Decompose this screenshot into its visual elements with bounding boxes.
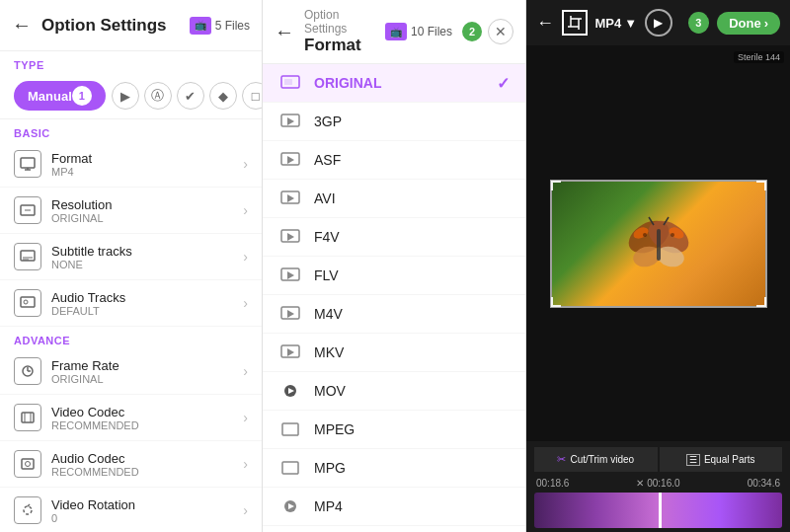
type-icon-4[interactable]: ◆ <box>209 82 237 110</box>
original-icon <box>278 73 302 93</box>
format-item-m4v[interactable]: M4V <box>263 295 525 334</box>
manual-label: Manual <box>28 89 72 104</box>
panel3-back-icon[interactable]: ← <box>536 13 554 34</box>
subtitle-chevron: › <box>243 249 248 265</box>
manual-badge: 1 <box>72 86 92 106</box>
time-cut: ✕ 00:16.0 <box>636 478 679 489</box>
corner-br <box>756 297 766 307</box>
chevron-down-icon: ▼ <box>624 16 637 31</box>
audio-codec-value: RECOMMENDED <box>51 466 243 478</box>
audio-tracks-label: Audio Tracks <box>51 290 243 305</box>
svg-marker-27 <box>287 194 294 202</box>
type-icon-5[interactable]: □ <box>242 82 262 110</box>
resolution-setting[interactable]: Resolution ORIGINAL › <box>0 188 262 234</box>
video-codec-label: Video Codec <box>51 405 243 419</box>
m4v-icon <box>278 304 302 324</box>
type-icons: ▶ Ⓐ ✔ ◆ □ ■ ♡ <box>112 82 262 110</box>
video-codec-chevron: › <box>243 410 248 425</box>
video-rotation-value: 0 <box>51 512 243 524</box>
timeline-bar[interactable] <box>534 493 782 528</box>
format-item-f4v[interactable]: F4V <box>263 218 525 257</box>
audio-tracks-icon <box>14 289 41 317</box>
mpg-icon <box>278 458 302 478</box>
equal-parts-button[interactable]: ☰ Equal Parts <box>660 447 783 472</box>
audio-codec-icon <box>14 450 41 478</box>
panel2-header: ← Option Settings Format 📺 10 Files 2 ✕ <box>263 0 525 64</box>
format-name-mp4: MP4 <box>314 498 510 514</box>
format-name-flv: FLV <box>314 267 510 283</box>
resolution-icon <box>14 196 41 224</box>
done-button[interactable]: Done › <box>717 12 780 35</box>
crop-icon[interactable] <box>562 10 588 36</box>
files-icon: 📺 <box>190 17 211 35</box>
audio-codec-setting[interactable]: Audio Codec RECOMMENDED › <box>0 441 262 488</box>
back-arrow-icon[interactable]: ← <box>12 14 32 37</box>
format-item-mpeg[interactable]: MPEG <box>263 411 525 449</box>
svg-point-60 <box>671 233 674 237</box>
files-count: 5 Files <box>215 19 250 33</box>
corner-bl <box>551 297 561 307</box>
format-name-3gp: 3GP <box>314 114 510 129</box>
format-item-m2ts[interactable]: M2TS <box>263 526 525 532</box>
svg-point-59 <box>643 233 647 237</box>
format-name-m4v: M4V <box>314 306 510 322</box>
video-content <box>552 182 765 306</box>
type-icon-1[interactable]: ▶ <box>112 82 139 110</box>
video-codec-icon <box>14 404 41 431</box>
format-name-mov: MOV <box>314 383 510 399</box>
svg-rect-16 <box>22 459 34 469</box>
3gp-icon <box>278 112 302 131</box>
cut-trim-button[interactable]: ✂ Cut/Trim video <box>534 447 658 472</box>
panel3-header: ← MP4 ▼ ▶ 3 Done › <box>526 0 790 45</box>
type-section-label: TYPE <box>0 51 262 75</box>
svg-marker-31 <box>287 271 294 279</box>
svg-line-19 <box>28 504 30 506</box>
svg-rect-21 <box>284 79 292 85</box>
panel2-close-button[interactable]: ✕ <box>488 19 514 44</box>
format-name-f4v: F4V <box>314 229 510 245</box>
subtitle-setting[interactable]: Subtitle tracks NONE › <box>0 234 262 280</box>
video-codec-setting[interactable]: Video Codec RECOMMENDED › <box>0 395 262 441</box>
mov-icon <box>278 381 302 401</box>
panel2-format-title: Format <box>304 36 385 55</box>
video-rotation-text: Video Rotation 0 <box>51 497 243 524</box>
video-rotation-setting[interactable]: Video Rotation 0 › <box>0 488 262 532</box>
format-item-mp4[interactable]: MP4 <box>263 488 525 526</box>
format-setting[interactable]: Format MP4 › <box>0 141 262 188</box>
svg-rect-13 <box>22 413 34 422</box>
format-item-original[interactable]: ORIGINAL ✓ <box>263 64 525 103</box>
manual-button[interactable]: Manual 1 <box>14 81 106 111</box>
subtitle-label: Subtitle tracks <box>51 244 243 259</box>
advance-section-label: ADVANCE <box>0 327 262 348</box>
timeline-thumb[interactable] <box>659 493 662 528</box>
p3-format-button[interactable]: MP4 ▼ <box>595 16 638 31</box>
format-item-3gp[interactable]: 3GP <box>263 103 525 141</box>
type-icon-2[interactable]: Ⓐ <box>144 82 172 110</box>
timeline-timestamps: 00:18.6 ✕ 00:16.0 00:34.6 <box>534 478 782 489</box>
frame-rate-text: Frame Rate ORIGINAL <box>51 358 243 385</box>
format-chevron: › <box>243 156 248 172</box>
format-item-flv[interactable]: FLV <box>263 257 525 295</box>
mpeg-icon <box>278 419 302 439</box>
panel2-files-badge: 📺 10 Files 2 <box>385 22 482 41</box>
svg-marker-23 <box>287 117 294 125</box>
format-item-avi[interactable]: AVI <box>263 180 525 218</box>
audio-tracks-setting[interactable]: Audio Tracks DEFAULT › <box>0 280 262 327</box>
format-text: Format MP4 <box>51 151 243 178</box>
format-item-mov[interactable]: MOV <box>263 372 525 411</box>
audio-tracks-value: DEFAULT <box>51 305 243 317</box>
panel2-back-icon[interactable]: ← <box>275 21 294 43</box>
format-item-mkv[interactable]: MKV <box>263 334 525 372</box>
format-name-mkv: MKV <box>314 344 510 360</box>
frame-rate-chevron: › <box>243 363 248 379</box>
play-button[interactable]: ▶ <box>645 9 672 37</box>
avi-icon <box>278 189 302 208</box>
video-area: Sterile 144 <box>526 45 790 441</box>
resolution-text: Resolution ORIGINAL <box>51 197 243 224</box>
format-item-asf[interactable]: ASF <box>263 141 525 180</box>
type-icon-3[interactable]: ✔ <box>177 82 204 110</box>
frame-rate-setting[interactable]: Frame Rate ORIGINAL › <box>0 348 262 395</box>
format-item-mpg[interactable]: MPG <box>263 449 525 488</box>
svg-point-9 <box>24 300 28 304</box>
time-end: 00:34.6 <box>748 478 780 489</box>
